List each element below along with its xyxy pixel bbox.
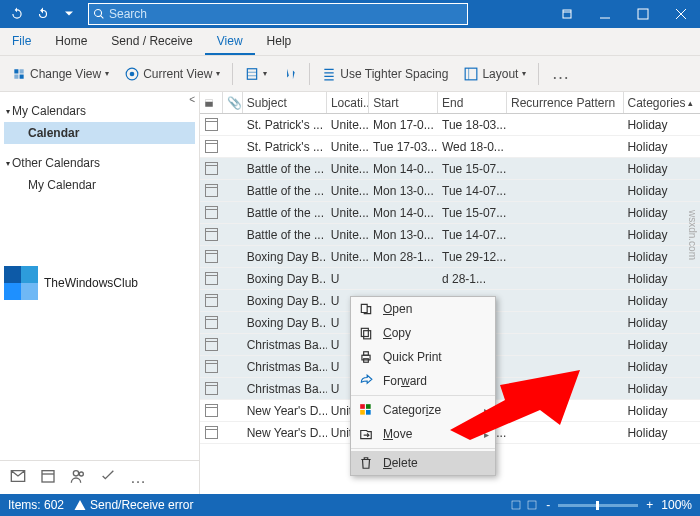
col-recurrence[interactable]: Recurrence Pattern	[507, 92, 623, 113]
row-location: Unite...	[327, 224, 369, 245]
row-type-icon	[200, 378, 223, 399]
row-subject: Battle of the ...	[243, 158, 327, 179]
menu-help[interactable]: Help	[255, 28, 304, 55]
ctx-categorize[interactable]: Categorize ▸	[351, 398, 495, 422]
menu-send-receive[interactable]: Send / Receive	[99, 28, 204, 55]
row-category: Holiday	[623, 312, 700, 333]
dropdown-icon[interactable]	[58, 3, 80, 25]
row-end: Tue 29-12...	[438, 246, 507, 267]
row-recurrence	[507, 400, 624, 421]
ribbon-display-icon[interactable]	[548, 0, 586, 28]
zoom-level: 100%	[661, 498, 692, 512]
sort-button[interactable]: ▾	[239, 65, 273, 83]
col-start[interactable]: Start	[369, 92, 438, 113]
maximize-icon[interactable]	[624, 0, 662, 28]
col-categories[interactable]: Categories▴	[624, 92, 700, 113]
ctx-move[interactable]: Move ▸	[351, 422, 495, 446]
row-category: Holiday	[623, 268, 700, 289]
ctx-forward[interactable]: Forward	[351, 369, 495, 393]
collapse-pane-icon[interactable]: <	[189, 94, 195, 105]
sidebar-item-calendar[interactable]: Calendar	[4, 122, 195, 144]
chevron-down-icon: ▾	[263, 69, 267, 78]
ctx-quick-print[interactable]: Quick Print	[351, 345, 495, 369]
submenu-icon: ▸	[484, 429, 489, 440]
table-row[interactable]: St. Patrick's ...Unite...Mon 17-0...Tue …	[200, 114, 700, 136]
row-subject: Christmas Ba...	[243, 334, 327, 355]
row-attach	[223, 180, 242, 201]
table-row[interactable]: Battle of the ...Unite...Mon 13-0...Tue …	[200, 180, 700, 202]
svg-point-15	[73, 471, 78, 476]
row-start: Mon 14-0...	[369, 158, 438, 179]
minimize-icon[interactable]	[586, 0, 624, 28]
navigation-bar: …	[0, 460, 199, 494]
undo-icon[interactable]	[32, 3, 54, 25]
ctx-divider	[351, 395, 495, 396]
row-category: Holiday	[623, 400, 700, 421]
calendar-icon[interactable]	[40, 468, 56, 487]
table-row[interactable]: Boxing Day B...Ud 28-1...Holiday	[200, 268, 700, 290]
row-attach	[223, 202, 242, 223]
close-icon[interactable]	[662, 0, 700, 28]
col-icon[interactable]	[200, 92, 223, 113]
mail-icon[interactable]	[10, 468, 26, 487]
zoom-thumb[interactable]	[596, 501, 599, 510]
sidebar-group-my-calendars[interactable]: ▾ My Calendars	[4, 100, 195, 122]
sync-icon[interactable]	[510, 499, 522, 511]
logo: TheWindowsClub	[4, 266, 195, 300]
row-attach	[223, 356, 242, 377]
copy-icon	[357, 326, 375, 340]
sidebar-group-other-calendars[interactable]: ▾ Other Calendars	[4, 152, 195, 174]
ribbon-bar: Change View ▾ Current View ▾ ▾ Use Tight…	[0, 56, 700, 92]
row-recurrence	[507, 158, 624, 179]
status-error[interactable]: Send/Receive error	[74, 498, 193, 512]
sync-icon-2[interactable]	[526, 499, 538, 511]
row-subject: Boxing Day B...	[243, 246, 327, 267]
zoom-slider[interactable]	[558, 504, 638, 507]
menu-file[interactable]: File	[0, 28, 43, 55]
menu-home[interactable]: Home	[43, 28, 99, 55]
ctx-copy[interactable]: Copy	[351, 321, 495, 345]
row-location: Unite...	[327, 202, 369, 223]
sidebar-item-my-calendar[interactable]: My Calendar	[4, 174, 195, 196]
more-nav-icon[interactable]: …	[130, 469, 146, 487]
row-category: Holiday	[623, 334, 700, 355]
col-attachment-icon[interactable]: 📎	[223, 92, 242, 113]
col-location[interactable]: Locati...	[327, 92, 369, 113]
reverse-button[interactable]	[277, 65, 303, 83]
table-row[interactable]: Boxing Day B...Unite...Mon 28-1...Tue 29…	[200, 246, 700, 268]
tighter-spacing-button[interactable]: Use Tighter Spacing	[316, 65, 454, 83]
row-start: Mon 13-0...	[369, 224, 438, 245]
svg-rect-25	[366, 404, 371, 409]
title-bar: Search	[0, 0, 700, 28]
layout-button[interactable]: Layout ▾	[458, 65, 532, 83]
row-end: Tue 15-07...	[438, 158, 507, 179]
row-recurrence	[507, 378, 624, 399]
refresh-icon[interactable]	[6, 3, 28, 25]
table-row[interactable]: Battle of the ...Unite...Mon 14-0...Tue …	[200, 202, 700, 224]
ctx-delete[interactable]: Delete	[351, 451, 495, 475]
ctx-open[interactable]: Open	[351, 297, 495, 321]
forward-icon	[357, 374, 375, 388]
col-end[interactable]: End	[438, 92, 507, 113]
table-row[interactable]: Battle of the ...Unite...Mon 14-0...Tue …	[200, 158, 700, 180]
menu-view[interactable]: View	[205, 28, 255, 55]
change-view-button[interactable]: Change View ▾	[6, 65, 115, 83]
ctx-label: Forward	[383, 374, 427, 388]
row-start: Mon 14-0...	[369, 202, 438, 223]
search-box[interactable]: Search	[88, 3, 468, 25]
row-end: Tue 14-07...	[438, 224, 507, 245]
more-commands-button[interactable]: …	[545, 63, 577, 84]
row-recurrence	[507, 422, 624, 443]
people-icon[interactable]	[70, 468, 86, 487]
sidebar: < ▾ My Calendars Calendar ▾ Other Calend…	[0, 92, 200, 494]
logo-text: TheWindowsClub	[44, 276, 138, 290]
table-row[interactable]: Battle of the ...Unite...Mon 13-0...Tue …	[200, 224, 700, 246]
sidebar-item-label: Calendar	[28, 126, 79, 140]
tasks-icon[interactable]	[100, 468, 116, 487]
col-subject[interactable]: Subject	[243, 92, 327, 113]
svg-rect-29	[512, 501, 520, 509]
svg-point-6	[130, 71, 135, 76]
window-controls	[548, 0, 700, 28]
current-view-button[interactable]: Current View ▾	[119, 65, 226, 83]
table-row[interactable]: St. Patrick's ...Unite...Tue 17-03...Wed…	[200, 136, 700, 158]
